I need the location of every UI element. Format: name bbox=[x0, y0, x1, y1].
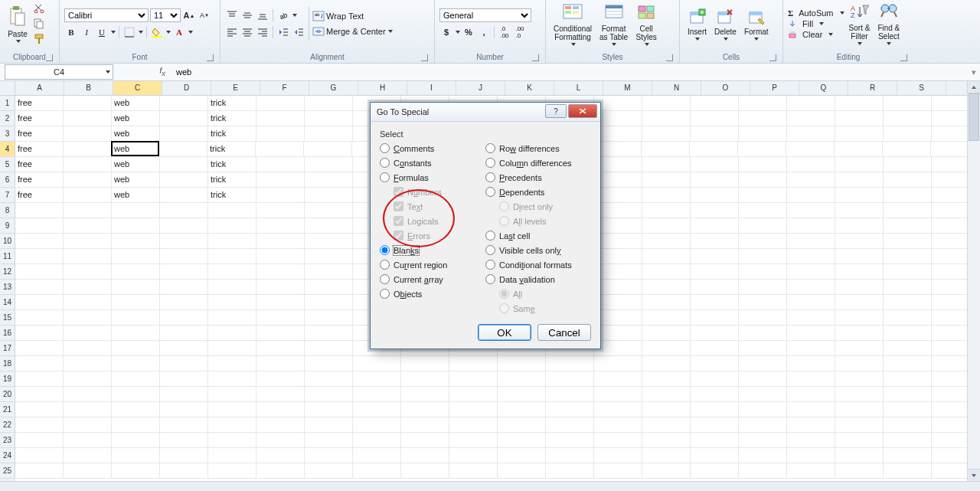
cell-R10[interactable] bbox=[835, 234, 884, 248]
row-header-24[interactable]: 24 bbox=[0, 448, 15, 463]
cell-O6[interactable] bbox=[691, 172, 739, 187]
cell-N8[interactable] bbox=[642, 203, 691, 218]
sort-filter-button[interactable]: AZ Sort & Filter bbox=[846, 1, 874, 47]
cell-A14[interactable] bbox=[15, 295, 64, 309]
cell-N21[interactable] bbox=[642, 402, 691, 417]
cell-P12[interactable] bbox=[739, 264, 787, 279]
cell-M18[interactable] bbox=[594, 356, 642, 371]
cell-S15[interactable] bbox=[884, 310, 932, 325]
cell-D24[interactable] bbox=[160, 448, 208, 463]
cell-O19[interactable] bbox=[691, 372, 739, 386]
cell-C16[interactable] bbox=[112, 326, 160, 340]
cell-K18[interactable] bbox=[498, 356, 546, 371]
cell-A13[interactable] bbox=[15, 280, 64, 294]
cell-M23[interactable] bbox=[594, 433, 642, 447]
option-cond_fmt[interactable]: Conditional formats bbox=[485, 260, 572, 270]
cell-R8[interactable] bbox=[835, 203, 884, 218]
cell-R6[interactable] bbox=[835, 172, 884, 187]
cell-D14[interactable] bbox=[160, 295, 208, 309]
cell-C7[interactable]: web bbox=[112, 188, 160, 202]
merge-center-button[interactable]: Merge & Center bbox=[312, 25, 393, 38]
fill-color-button[interactable] bbox=[150, 25, 164, 39]
cell-K20[interactable] bbox=[498, 387, 546, 401]
option-row_diff[interactable]: Row differences bbox=[485, 143, 572, 153]
dialog-titlebar[interactable]: Go To Special ? bbox=[371, 103, 600, 122]
cell-C1[interactable]: web bbox=[112, 96, 160, 110]
cell-A10[interactable] bbox=[15, 234, 64, 248]
cell-C12[interactable] bbox=[112, 264, 160, 279]
cell-H22[interactable] bbox=[353, 417, 401, 432]
cell-R9[interactable] bbox=[835, 218, 884, 233]
cell-G20[interactable] bbox=[305, 387, 353, 401]
cell-G9[interactable] bbox=[305, 218, 353, 233]
cell-R21[interactable] bbox=[835, 402, 884, 417]
cell-G22[interactable] bbox=[305, 417, 353, 432]
cell-S9[interactable] bbox=[884, 218, 932, 233]
cell-O1[interactable] bbox=[691, 96, 739, 110]
cell-M16[interactable] bbox=[594, 326, 642, 340]
cell-B24[interactable] bbox=[64, 448, 112, 463]
column-header-R[interactable]: R bbox=[848, 81, 897, 95]
cell-C14[interactable] bbox=[112, 295, 160, 309]
cell-I25[interactable] bbox=[401, 463, 449, 478]
cell-Q25[interactable] bbox=[787, 463, 835, 478]
cell-S19[interactable] bbox=[884, 372, 932, 386]
align-left-button[interactable] bbox=[225, 25, 239, 39]
cell-J19[interactable] bbox=[449, 372, 498, 386]
autosum-button[interactable]: Σ AutoSum bbox=[788, 8, 844, 18]
cell-C20[interactable] bbox=[112, 387, 160, 401]
scroll-down-arrow[interactable] bbox=[968, 469, 980, 481]
cell-N6[interactable] bbox=[642, 172, 691, 187]
cell-D10[interactable] bbox=[160, 234, 208, 248]
cell-P2[interactable] bbox=[739, 111, 787, 126]
cell-G10[interactable] bbox=[305, 234, 353, 248]
option-comments[interactable]: Comments bbox=[380, 143, 472, 153]
cell-D6[interactable] bbox=[160, 172, 208, 187]
cell-P11[interactable] bbox=[739, 249, 787, 264]
format-button[interactable]: Format bbox=[741, 6, 772, 42]
align-bottom-button[interactable] bbox=[256, 8, 270, 22]
cell-N12[interactable] bbox=[642, 264, 691, 279]
cell-P16[interactable] bbox=[739, 326, 787, 340]
column-header-S[interactable]: S bbox=[897, 81, 946, 95]
cell-K19[interactable] bbox=[498, 372, 546, 386]
cell-B1[interactable] bbox=[64, 96, 112, 110]
cell-D16[interactable] bbox=[160, 326, 208, 340]
cell-C23[interactable] bbox=[112, 433, 160, 447]
cell-A22[interactable] bbox=[15, 417, 64, 432]
cell-A21[interactable] bbox=[15, 402, 64, 417]
paste-button[interactable]: Paste bbox=[5, 4, 31, 44]
clear-button[interactable]: Clear bbox=[788, 30, 844, 39]
cell-I19[interactable] bbox=[401, 372, 449, 386]
cell-N5[interactable] bbox=[642, 157, 691, 172]
cell-A5[interactable]: free bbox=[15, 157, 64, 172]
cell-E22[interactable] bbox=[208, 417, 256, 432]
cell-K25[interactable] bbox=[498, 463, 546, 478]
cell-E19[interactable] bbox=[208, 372, 256, 386]
cell-O21[interactable] bbox=[691, 402, 739, 417]
cell-F14[interactable] bbox=[256, 295, 305, 309]
cell-M2[interactable] bbox=[594, 111, 642, 126]
cell-A12[interactable] bbox=[15, 264, 64, 279]
cell-E12[interactable] bbox=[208, 264, 256, 279]
cell-S1[interactable] bbox=[884, 96, 932, 110]
cell-N25[interactable] bbox=[642, 463, 691, 478]
cell-G16[interactable] bbox=[305, 326, 353, 340]
cell-N2[interactable] bbox=[642, 111, 691, 126]
cell-E21[interactable] bbox=[208, 402, 256, 417]
cell-E14[interactable] bbox=[208, 295, 256, 309]
cell-R22[interactable] bbox=[835, 417, 884, 432]
cell-S22[interactable] bbox=[884, 417, 932, 432]
cell-S6[interactable] bbox=[884, 172, 932, 187]
row-header-2[interactable]: 2 bbox=[0, 111, 15, 126]
cell-I21[interactable] bbox=[401, 402, 449, 417]
cell-A20[interactable] bbox=[15, 387, 64, 401]
cell-A25[interactable] bbox=[15, 463, 64, 478]
column-header-P[interactable]: P bbox=[750, 81, 799, 95]
cell-Q8[interactable] bbox=[787, 203, 835, 218]
column-header-H[interactable]: H bbox=[358, 81, 407, 95]
comma-button[interactable]: , bbox=[477, 25, 491, 39]
cell-P22[interactable] bbox=[739, 417, 787, 432]
cell-R24[interactable] bbox=[835, 448, 884, 463]
cell-C10[interactable] bbox=[112, 234, 160, 248]
